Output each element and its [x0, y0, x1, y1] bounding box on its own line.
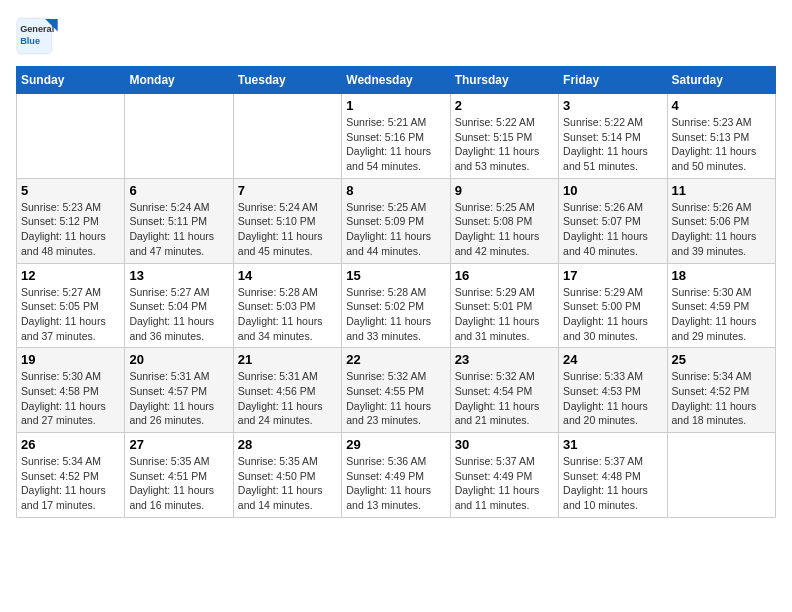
calendar-cell: 18Sunrise: 5:30 AMSunset: 4:59 PMDayligh…: [667, 263, 775, 348]
day-number: 21: [238, 352, 337, 367]
day-info: Sunrise: 5:31 AMSunset: 4:56 PMDaylight:…: [238, 369, 337, 428]
day-info: Sunrise: 5:27 AMSunset: 5:04 PMDaylight:…: [129, 285, 228, 344]
day-number: 16: [455, 268, 554, 283]
calendar-cell: 28Sunrise: 5:35 AMSunset: 4:50 PMDayligh…: [233, 433, 341, 518]
day-info: Sunrise: 5:22 AMSunset: 5:14 PMDaylight:…: [563, 115, 662, 174]
calendar-cell: 1Sunrise: 5:21 AMSunset: 5:16 PMDaylight…: [342, 94, 450, 179]
day-info: Sunrise: 5:34 AMSunset: 4:52 PMDaylight:…: [672, 369, 771, 428]
day-number: 26: [21, 437, 120, 452]
header-day: Friday: [559, 67, 667, 94]
header-day: Saturday: [667, 67, 775, 94]
day-info: Sunrise: 5:26 AMSunset: 5:07 PMDaylight:…: [563, 200, 662, 259]
calendar-cell: 23Sunrise: 5:32 AMSunset: 4:54 PMDayligh…: [450, 348, 558, 433]
day-info: Sunrise: 5:29 AMSunset: 5:01 PMDaylight:…: [455, 285, 554, 344]
day-number: 5: [21, 183, 120, 198]
day-info: Sunrise: 5:30 AMSunset: 4:59 PMDaylight:…: [672, 285, 771, 344]
day-number: 18: [672, 268, 771, 283]
header-day: Monday: [125, 67, 233, 94]
day-number: 28: [238, 437, 337, 452]
day-number: 3: [563, 98, 662, 113]
day-info: Sunrise: 5:37 AMSunset: 4:49 PMDaylight:…: [455, 454, 554, 513]
calendar-cell: 15Sunrise: 5:28 AMSunset: 5:02 PMDayligh…: [342, 263, 450, 348]
day-number: 19: [21, 352, 120, 367]
day-number: 27: [129, 437, 228, 452]
day-info: Sunrise: 5:25 AMSunset: 5:08 PMDaylight:…: [455, 200, 554, 259]
day-number: 2: [455, 98, 554, 113]
calendar-cell: 6Sunrise: 5:24 AMSunset: 5:11 PMDaylight…: [125, 178, 233, 263]
day-number: 22: [346, 352, 445, 367]
day-info: Sunrise: 5:25 AMSunset: 5:09 PMDaylight:…: [346, 200, 445, 259]
calendar-cell: 4Sunrise: 5:23 AMSunset: 5:13 PMDaylight…: [667, 94, 775, 179]
day-number: 6: [129, 183, 228, 198]
day-info: Sunrise: 5:29 AMSunset: 5:00 PMDaylight:…: [563, 285, 662, 344]
day-number: 20: [129, 352, 228, 367]
calendar-cell: [125, 94, 233, 179]
day-number: 11: [672, 183, 771, 198]
calendar-header: SundayMondayTuesdayWednesdayThursdayFrid…: [17, 67, 776, 94]
day-info: Sunrise: 5:24 AMSunset: 5:11 PMDaylight:…: [129, 200, 228, 259]
day-info: Sunrise: 5:35 AMSunset: 4:50 PMDaylight:…: [238, 454, 337, 513]
calendar-cell: 10Sunrise: 5:26 AMSunset: 5:07 PMDayligh…: [559, 178, 667, 263]
header-day: Sunday: [17, 67, 125, 94]
day-number: 13: [129, 268, 228, 283]
calendar-cell: 26Sunrise: 5:34 AMSunset: 4:52 PMDayligh…: [17, 433, 125, 518]
day-info: Sunrise: 5:21 AMSunset: 5:16 PMDaylight:…: [346, 115, 445, 174]
calendar-week: 1Sunrise: 5:21 AMSunset: 5:16 PMDaylight…: [17, 94, 776, 179]
header-day: Tuesday: [233, 67, 341, 94]
day-number: 9: [455, 183, 554, 198]
calendar-week: 12Sunrise: 5:27 AMSunset: 5:05 PMDayligh…: [17, 263, 776, 348]
logo-svg: General Blue: [16, 16, 66, 56]
calendar-cell: 20Sunrise: 5:31 AMSunset: 4:57 PMDayligh…: [125, 348, 233, 433]
calendar-cell: 25Sunrise: 5:34 AMSunset: 4:52 PMDayligh…: [667, 348, 775, 433]
calendar-week: 26Sunrise: 5:34 AMSunset: 4:52 PMDayligh…: [17, 433, 776, 518]
calendar-cell: 17Sunrise: 5:29 AMSunset: 5:00 PMDayligh…: [559, 263, 667, 348]
day-number: 12: [21, 268, 120, 283]
day-info: Sunrise: 5:23 AMSunset: 5:13 PMDaylight:…: [672, 115, 771, 174]
day-number: 24: [563, 352, 662, 367]
day-info: Sunrise: 5:37 AMSunset: 4:48 PMDaylight:…: [563, 454, 662, 513]
day-info: Sunrise: 5:30 AMSunset: 4:58 PMDaylight:…: [21, 369, 120, 428]
calendar-cell: [233, 94, 341, 179]
calendar-cell: 24Sunrise: 5:33 AMSunset: 4:53 PMDayligh…: [559, 348, 667, 433]
page-header: General Blue: [16, 16, 776, 56]
logo: General Blue: [16, 16, 66, 56]
header-day: Wednesday: [342, 67, 450, 94]
day-info: Sunrise: 5:22 AMSunset: 5:15 PMDaylight:…: [455, 115, 554, 174]
calendar-cell: 12Sunrise: 5:27 AMSunset: 5:05 PMDayligh…: [17, 263, 125, 348]
calendar-cell: 3Sunrise: 5:22 AMSunset: 5:14 PMDaylight…: [559, 94, 667, 179]
day-number: 31: [563, 437, 662, 452]
day-info: Sunrise: 5:33 AMSunset: 4:53 PMDaylight:…: [563, 369, 662, 428]
calendar-body: 1Sunrise: 5:21 AMSunset: 5:16 PMDaylight…: [17, 94, 776, 518]
calendar-week: 19Sunrise: 5:30 AMSunset: 4:58 PMDayligh…: [17, 348, 776, 433]
calendar-cell: [17, 94, 125, 179]
day-info: Sunrise: 5:27 AMSunset: 5:05 PMDaylight:…: [21, 285, 120, 344]
calendar-table: SundayMondayTuesdayWednesdayThursdayFrid…: [16, 66, 776, 518]
day-info: Sunrise: 5:26 AMSunset: 5:06 PMDaylight:…: [672, 200, 771, 259]
day-info: Sunrise: 5:24 AMSunset: 5:10 PMDaylight:…: [238, 200, 337, 259]
calendar-cell: 19Sunrise: 5:30 AMSunset: 4:58 PMDayligh…: [17, 348, 125, 433]
day-info: Sunrise: 5:32 AMSunset: 4:54 PMDaylight:…: [455, 369, 554, 428]
calendar-cell: 16Sunrise: 5:29 AMSunset: 5:01 PMDayligh…: [450, 263, 558, 348]
calendar-cell: 14Sunrise: 5:28 AMSunset: 5:03 PMDayligh…: [233, 263, 341, 348]
day-number: 23: [455, 352, 554, 367]
calendar-cell: 29Sunrise: 5:36 AMSunset: 4:49 PMDayligh…: [342, 433, 450, 518]
day-number: 7: [238, 183, 337, 198]
day-info: Sunrise: 5:31 AMSunset: 4:57 PMDaylight:…: [129, 369, 228, 428]
calendar-cell: 8Sunrise: 5:25 AMSunset: 5:09 PMDaylight…: [342, 178, 450, 263]
header-row: SundayMondayTuesdayWednesdayThursdayFrid…: [17, 67, 776, 94]
day-number: 8: [346, 183, 445, 198]
day-number: 29: [346, 437, 445, 452]
day-info: Sunrise: 5:28 AMSunset: 5:02 PMDaylight:…: [346, 285, 445, 344]
day-number: 17: [563, 268, 662, 283]
day-info: Sunrise: 5:28 AMSunset: 5:03 PMDaylight:…: [238, 285, 337, 344]
day-info: Sunrise: 5:34 AMSunset: 4:52 PMDaylight:…: [21, 454, 120, 513]
svg-text:General: General: [20, 24, 54, 34]
calendar-cell: 11Sunrise: 5:26 AMSunset: 5:06 PMDayligh…: [667, 178, 775, 263]
calendar-cell: [667, 433, 775, 518]
calendar-cell: 13Sunrise: 5:27 AMSunset: 5:04 PMDayligh…: [125, 263, 233, 348]
day-number: 10: [563, 183, 662, 198]
calendar-cell: 7Sunrise: 5:24 AMSunset: 5:10 PMDaylight…: [233, 178, 341, 263]
day-info: Sunrise: 5:36 AMSunset: 4:49 PMDaylight:…: [346, 454, 445, 513]
calendar-cell: 21Sunrise: 5:31 AMSunset: 4:56 PMDayligh…: [233, 348, 341, 433]
header-day: Thursday: [450, 67, 558, 94]
